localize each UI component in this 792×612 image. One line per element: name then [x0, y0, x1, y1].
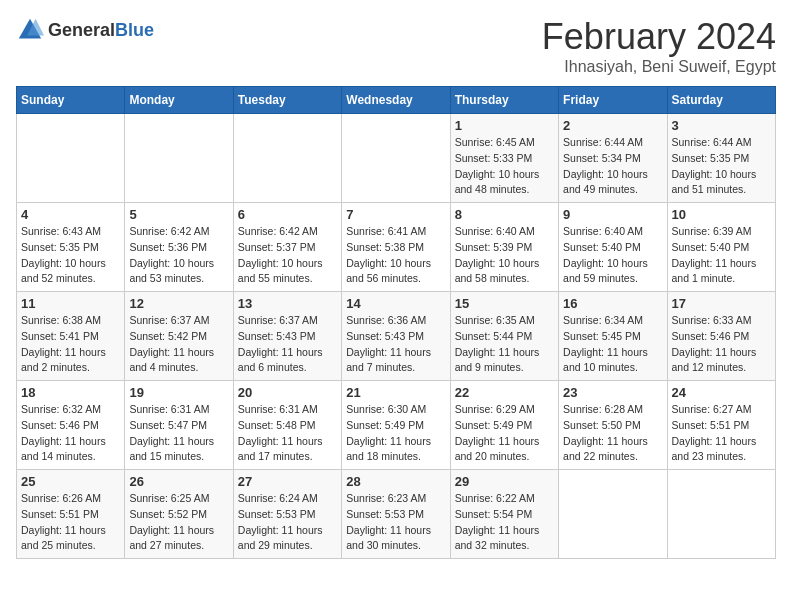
day-number: 3 [672, 118, 771, 133]
weekday-header-cell: Wednesday [342, 87, 450, 114]
calendar-cell: 14Sunrise: 6:36 AM Sunset: 5:43 PM Dayli… [342, 292, 450, 381]
day-number: 6 [238, 207, 337, 222]
day-info: Sunrise: 6:45 AM Sunset: 5:33 PM Dayligh… [455, 135, 554, 198]
day-info: Sunrise: 6:36 AM Sunset: 5:43 PM Dayligh… [346, 313, 445, 376]
calendar-week-row: 25Sunrise: 6:26 AM Sunset: 5:51 PM Dayli… [17, 470, 776, 559]
calendar-cell: 10Sunrise: 6:39 AM Sunset: 5:40 PM Dayli… [667, 203, 775, 292]
day-number: 27 [238, 474, 337, 489]
day-info: Sunrise: 6:30 AM Sunset: 5:49 PM Dayligh… [346, 402, 445, 465]
day-number: 19 [129, 385, 228, 400]
day-number: 26 [129, 474, 228, 489]
calendar-cell: 20Sunrise: 6:31 AM Sunset: 5:48 PM Dayli… [233, 381, 341, 470]
day-number: 8 [455, 207, 554, 222]
day-number: 2 [563, 118, 662, 133]
day-number: 5 [129, 207, 228, 222]
weekday-header-cell: Thursday [450, 87, 558, 114]
calendar-cell: 11Sunrise: 6:38 AM Sunset: 5:41 PM Dayli… [17, 292, 125, 381]
calendar-week-row: 1Sunrise: 6:45 AM Sunset: 5:33 PM Daylig… [17, 114, 776, 203]
day-number: 9 [563, 207, 662, 222]
day-number: 21 [346, 385, 445, 400]
day-info: Sunrise: 6:40 AM Sunset: 5:39 PM Dayligh… [455, 224, 554, 287]
calendar-cell: 12Sunrise: 6:37 AM Sunset: 5:42 PM Dayli… [125, 292, 233, 381]
calendar-cell: 7Sunrise: 6:41 AM Sunset: 5:38 PM Daylig… [342, 203, 450, 292]
calendar-cell: 21Sunrise: 6:30 AM Sunset: 5:49 PM Dayli… [342, 381, 450, 470]
weekday-header-cell: Saturday [667, 87, 775, 114]
calendar-cell [559, 470, 667, 559]
title-area: February 2024 Ihnasiyah, Beni Suweif, Eg… [542, 16, 776, 76]
day-info: Sunrise: 6:37 AM Sunset: 5:42 PM Dayligh… [129, 313, 228, 376]
day-info: Sunrise: 6:44 AM Sunset: 5:35 PM Dayligh… [672, 135, 771, 198]
day-number: 17 [672, 296, 771, 311]
day-info: Sunrise: 6:42 AM Sunset: 5:37 PM Dayligh… [238, 224, 337, 287]
calendar-cell [17, 114, 125, 203]
day-info: Sunrise: 6:32 AM Sunset: 5:46 PM Dayligh… [21, 402, 120, 465]
calendar-cell: 15Sunrise: 6:35 AM Sunset: 5:44 PM Dayli… [450, 292, 558, 381]
calendar-cell [233, 114, 341, 203]
calendar-week-row: 18Sunrise: 6:32 AM Sunset: 5:46 PM Dayli… [17, 381, 776, 470]
calendar-cell [125, 114, 233, 203]
logo-text-general: General [48, 20, 115, 40]
calendar-cell: 4Sunrise: 6:43 AM Sunset: 5:35 PM Daylig… [17, 203, 125, 292]
day-number: 10 [672, 207, 771, 222]
day-number: 4 [21, 207, 120, 222]
header: GeneralBlue February 2024 Ihnasiyah, Ben… [16, 16, 776, 76]
day-info: Sunrise: 6:31 AM Sunset: 5:48 PM Dayligh… [238, 402, 337, 465]
calendar-cell: 19Sunrise: 6:31 AM Sunset: 5:47 PM Dayli… [125, 381, 233, 470]
day-info: Sunrise: 6:28 AM Sunset: 5:50 PM Dayligh… [563, 402, 662, 465]
day-info: Sunrise: 6:25 AM Sunset: 5:52 PM Dayligh… [129, 491, 228, 554]
day-info: Sunrise: 6:26 AM Sunset: 5:51 PM Dayligh… [21, 491, 120, 554]
day-number: 25 [21, 474, 120, 489]
day-info: Sunrise: 6:31 AM Sunset: 5:47 PM Dayligh… [129, 402, 228, 465]
day-number: 20 [238, 385, 337, 400]
calendar-week-row: 4Sunrise: 6:43 AM Sunset: 5:35 PM Daylig… [17, 203, 776, 292]
calendar-cell: 28Sunrise: 6:23 AM Sunset: 5:53 PM Dayli… [342, 470, 450, 559]
calendar-cell [667, 470, 775, 559]
calendar-cell: 29Sunrise: 6:22 AM Sunset: 5:54 PM Dayli… [450, 470, 558, 559]
day-info: Sunrise: 6:35 AM Sunset: 5:44 PM Dayligh… [455, 313, 554, 376]
day-number: 1 [455, 118, 554, 133]
calendar-cell: 18Sunrise: 6:32 AM Sunset: 5:46 PM Dayli… [17, 381, 125, 470]
weekday-header-cell: Tuesday [233, 87, 341, 114]
day-info: Sunrise: 6:29 AM Sunset: 5:49 PM Dayligh… [455, 402, 554, 465]
calendar-table: SundayMondayTuesdayWednesdayThursdayFrid… [16, 86, 776, 559]
day-number: 14 [346, 296, 445, 311]
calendar-cell: 22Sunrise: 6:29 AM Sunset: 5:49 PM Dayli… [450, 381, 558, 470]
calendar-cell [342, 114, 450, 203]
day-info: Sunrise: 6:23 AM Sunset: 5:53 PM Dayligh… [346, 491, 445, 554]
day-info: Sunrise: 6:27 AM Sunset: 5:51 PM Dayligh… [672, 402, 771, 465]
weekday-header-row: SundayMondayTuesdayWednesdayThursdayFrid… [17, 87, 776, 114]
calendar-cell: 5Sunrise: 6:42 AM Sunset: 5:36 PM Daylig… [125, 203, 233, 292]
month-title: February 2024 [542, 16, 776, 58]
day-info: Sunrise: 6:41 AM Sunset: 5:38 PM Dayligh… [346, 224, 445, 287]
weekday-header-cell: Sunday [17, 87, 125, 114]
calendar-cell: 13Sunrise: 6:37 AM Sunset: 5:43 PM Dayli… [233, 292, 341, 381]
calendar-cell: 2Sunrise: 6:44 AM Sunset: 5:34 PM Daylig… [559, 114, 667, 203]
calendar-cell: 16Sunrise: 6:34 AM Sunset: 5:45 PM Dayli… [559, 292, 667, 381]
day-info: Sunrise: 6:42 AM Sunset: 5:36 PM Dayligh… [129, 224, 228, 287]
day-info: Sunrise: 6:22 AM Sunset: 5:54 PM Dayligh… [455, 491, 554, 554]
calendar-cell: 26Sunrise: 6:25 AM Sunset: 5:52 PM Dayli… [125, 470, 233, 559]
day-number: 16 [563, 296, 662, 311]
day-info: Sunrise: 6:44 AM Sunset: 5:34 PM Dayligh… [563, 135, 662, 198]
day-number: 22 [455, 385, 554, 400]
calendar-cell: 27Sunrise: 6:24 AM Sunset: 5:53 PM Dayli… [233, 470, 341, 559]
calendar-cell: 3Sunrise: 6:44 AM Sunset: 5:35 PM Daylig… [667, 114, 775, 203]
calendar-cell: 6Sunrise: 6:42 AM Sunset: 5:37 PM Daylig… [233, 203, 341, 292]
day-number: 28 [346, 474, 445, 489]
day-number: 11 [21, 296, 120, 311]
day-number: 13 [238, 296, 337, 311]
calendar-cell: 24Sunrise: 6:27 AM Sunset: 5:51 PM Dayli… [667, 381, 775, 470]
calendar-cell: 23Sunrise: 6:28 AM Sunset: 5:50 PM Dayli… [559, 381, 667, 470]
weekday-header-cell: Friday [559, 87, 667, 114]
day-number: 18 [21, 385, 120, 400]
day-info: Sunrise: 6:34 AM Sunset: 5:45 PM Dayligh… [563, 313, 662, 376]
day-info: Sunrise: 6:24 AM Sunset: 5:53 PM Dayligh… [238, 491, 337, 554]
day-info: Sunrise: 6:39 AM Sunset: 5:40 PM Dayligh… [672, 224, 771, 287]
calendar-cell: 1Sunrise: 6:45 AM Sunset: 5:33 PM Daylig… [450, 114, 558, 203]
calendar-cell: 25Sunrise: 6:26 AM Sunset: 5:51 PM Dayli… [17, 470, 125, 559]
location-title: Ihnasiyah, Beni Suweif, Egypt [542, 58, 776, 76]
day-number: 7 [346, 207, 445, 222]
calendar-cell: 9Sunrise: 6:40 AM Sunset: 5:40 PM Daylig… [559, 203, 667, 292]
day-number: 23 [563, 385, 662, 400]
day-info: Sunrise: 6:38 AM Sunset: 5:41 PM Dayligh… [21, 313, 120, 376]
